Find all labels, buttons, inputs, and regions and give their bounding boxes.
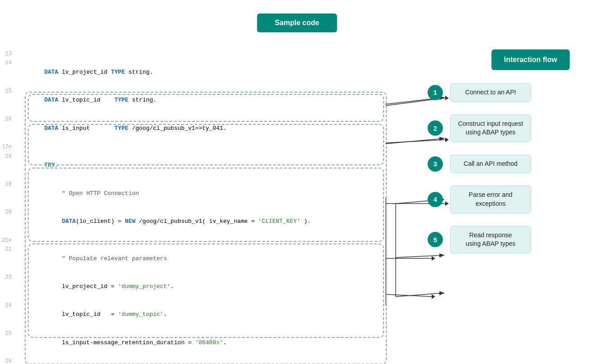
line-num-15: 15 (0, 87, 16, 96)
code-line-21: 21e (0, 236, 391, 245)
flow-circle-4: 4 (428, 192, 443, 207)
line-num-19: 19 (0, 180, 16, 189)
line-num-25: 25 (0, 329, 16, 338)
flow-box-2: Construct input requestusing ABAP types (450, 115, 531, 142)
flow-circle-3: 3 (428, 156, 443, 172)
flow-item-5: 5 Read responseusing ABAP types (428, 226, 572, 253)
line-num-23: 23 (0, 273, 16, 282)
line-num-16: 16 (0, 115, 16, 124)
code-line-16: 16 DATA ls_input TYPE /goog/cl_pubsub_v1… (0, 115, 391, 142)
line-num-17: 17e (0, 142, 16, 151)
flow-box-3: Call an API method (450, 155, 531, 173)
line-num-18: 18 (0, 152, 16, 161)
code-line-25: 25 ls_input-message_retention_duration =… (0, 329, 391, 357)
flow-box-5: Read responseusing ABAP types (450, 226, 531, 253)
code-line-13: 13 (0, 49, 391, 58)
line-num-21: 21e (0, 236, 16, 245)
code-line-17: 17e (0, 142, 391, 151)
line-content-20: DATA(lo_client) = NEW /goog/cl_pubsub_v1… (16, 208, 391, 235)
line-content-23: lv_project_id = 'dummy_project'. (16, 273, 391, 301)
line-num-13: 13 (0, 49, 16, 58)
line-num-24: 24 (0, 301, 16, 310)
flow-circle-1: 1 (428, 85, 443, 100)
flow-item-1: 1 Connect to an API (428, 83, 572, 102)
line-num-20: 20 (0, 208, 16, 217)
code-line-15: 15 DATA lv_topic_id TYPE string. (0, 87, 391, 115)
line-num-26: 26 (0, 357, 16, 364)
code-line-22: 22 " Populate relevant parameters (0, 245, 391, 273)
line-content-14: DATA lv_project_id TYPE string. (16, 58, 391, 86)
code-line-20: 20 DATA(lo_client) = NEW /goog/cl_pubsub… (0, 208, 391, 235)
flow-circle-5: 5 (428, 232, 443, 247)
flow-diagram: 1 Connect to an API 2 Construct input re… (428, 83, 572, 266)
code-line-23: 23 lv_project_id = 'dummy_project'. (0, 273, 391, 301)
line-content-24: lv_topic_id = 'dummy_topic'. (16, 301, 391, 329)
line-content-25: ls_input-message_retention_duration = '8… (16, 329, 391, 357)
svg-line-9 (386, 294, 432, 297)
code-line-14: 14 DATA lv_project_id TYPE string. (0, 58, 391, 86)
line-num-22: 22 (0, 245, 16, 254)
flow-box-4: Parse error andexceptions (450, 186, 531, 213)
line-content-18: TRY. (16, 152, 391, 180)
svg-line-16 (396, 293, 443, 297)
line-content-22: " Populate relevant parameters (16, 245, 391, 273)
code-line-18: 18 TRY. (0, 152, 391, 180)
flow-item-3: 3 Call an API method (428, 155, 572, 173)
code-lines: 13 14 DATA lv_project_id TYPE string. 15… (0, 49, 391, 364)
code-panel: 13 14 DATA lv_project_id TYPE string. 15… (0, 45, 391, 364)
sample-code-button[interactable]: Sample code (257, 13, 337, 32)
flow-circle-2: 2 (428, 120, 443, 136)
line-content-16: DATA ls_input TYPE /goog/cl_pubsub_v1=>t… (16, 115, 391, 142)
flow-item-4: 4 Parse error andexceptions (428, 186, 572, 213)
flow-item-2: 2 Construct input requestusing ABAP type… (428, 115, 572, 142)
interaction-flow-button[interactable]: Interaction flow (491, 49, 570, 70)
code-line-19: 19 " Open HTTP Connection (0, 180, 391, 208)
code-line-24: 24 lv_topic_id = 'dummy_topic'. (0, 301, 391, 329)
line-content-15: DATA lv_topic_id TYPE string. (16, 87, 391, 115)
line-num-14: 14 (0, 58, 16, 67)
svg-marker-10 (432, 294, 435, 299)
code-line-26: 26 (0, 357, 391, 364)
line-content-19: " Open HTTP Connection (16, 180, 391, 208)
flow-box-1: Connect to an API (450, 83, 531, 102)
